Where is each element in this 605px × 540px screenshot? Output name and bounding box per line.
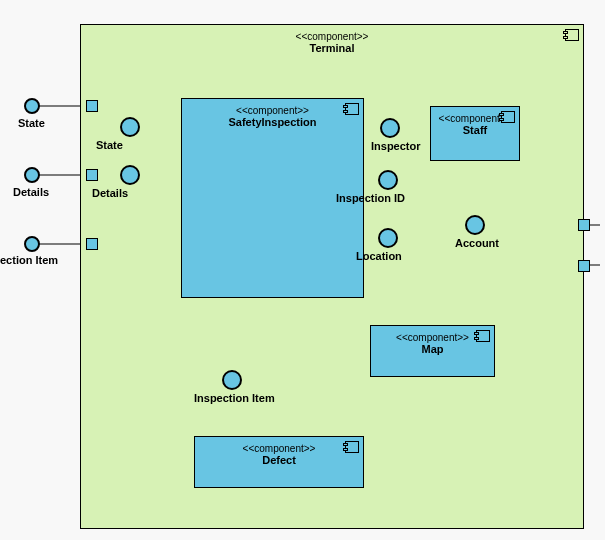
stereotype-label: <<component>> xyxy=(182,99,363,116)
interface-inspection-id[interactable] xyxy=(378,170,398,190)
state-label: State xyxy=(96,139,123,151)
interface-inspection-item[interactable] xyxy=(222,370,242,390)
interface-details[interactable] xyxy=(120,165,140,185)
inspection-item-label: Inspection Item xyxy=(194,392,275,404)
account-label: Account xyxy=(455,237,499,249)
staff-title: Staff xyxy=(431,124,519,136)
external-state-label: State xyxy=(18,117,45,129)
port-state[interactable] xyxy=(86,100,98,112)
external-ection-item-label: ection Item xyxy=(0,254,58,266)
defect-title: Defect xyxy=(195,454,363,466)
safety-inspection-title: SafetyInspection xyxy=(182,116,363,128)
map-title: Map xyxy=(371,343,494,355)
port-right-upper[interactable] xyxy=(578,219,590,231)
component-map[interactable]: <<component>> Map xyxy=(370,325,495,377)
component-icon xyxy=(345,441,359,453)
interface-state[interactable] xyxy=(120,117,140,137)
interface-location[interactable] xyxy=(378,228,398,248)
component-defect[interactable]: <<component>> Defect xyxy=(194,436,364,488)
component-icon xyxy=(345,103,359,115)
port-details[interactable] xyxy=(86,169,98,181)
external-interface-details[interactable] xyxy=(24,167,40,183)
external-details-label: Details xyxy=(13,186,49,198)
interface-account[interactable] xyxy=(465,215,485,235)
external-interface-ection-item[interactable] xyxy=(24,236,40,252)
component-icon xyxy=(565,29,579,41)
component-icon xyxy=(476,330,490,342)
details-label: Details xyxy=(92,187,128,199)
terminal-title: Terminal xyxy=(81,42,583,54)
stereotype-label: <<component>> xyxy=(81,29,583,42)
component-staff[interactable]: <<component>> Staff xyxy=(430,106,520,161)
port-inspection-item[interactable] xyxy=(86,238,98,250)
diagram-canvas: <<component>> Terminal <<component>> Saf… xyxy=(0,0,605,540)
component-icon xyxy=(501,111,515,123)
inspection-id-label: Inspection ID xyxy=(336,192,405,204)
inspector-label: Inspector xyxy=(371,140,421,152)
stereotype-label: <<component>> xyxy=(195,437,363,454)
interface-inspector[interactable] xyxy=(380,118,400,138)
location-label: Location xyxy=(356,250,402,262)
port-right-lower[interactable] xyxy=(578,260,590,272)
external-interface-state[interactable] xyxy=(24,98,40,114)
